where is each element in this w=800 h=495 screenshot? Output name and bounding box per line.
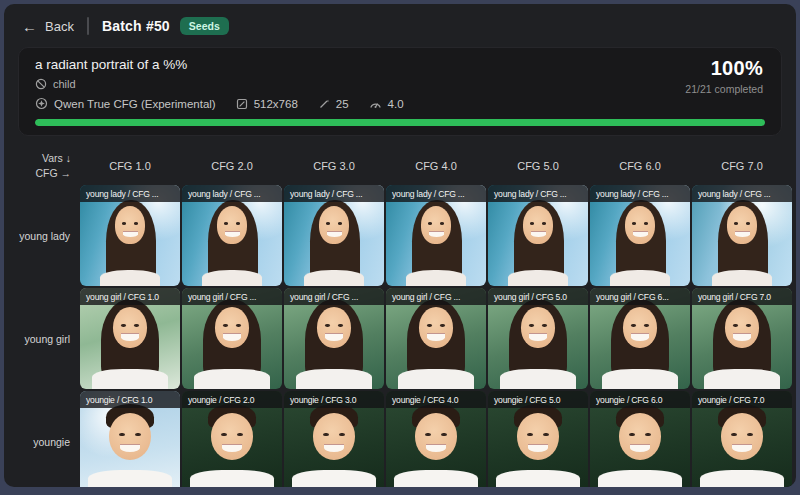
- portrait-shirt-shape: [700, 470, 784, 487]
- generated-image-cell[interactable]: youngie / CFG 2.0: [182, 391, 282, 487]
- steps-value: 25: [336, 98, 349, 110]
- generated-image-cell[interactable]: youngie / CFG 4.0: [386, 391, 486, 487]
- progress-percent: 100%: [685, 57, 763, 80]
- seeds-badge[interactable]: Seeds: [180, 17, 229, 35]
- column-header-cfg-5: CFG 5.0: [488, 149, 588, 183]
- portrait-shirt-shape: [704, 369, 780, 389]
- portrait-smile-shape: [529, 333, 547, 340]
- generated-image-cell[interactable]: young lady / CFG ...: [80, 185, 180, 286]
- generated-image-cell[interactable]: young girl / CFG 7.0: [692, 288, 792, 389]
- column-header-cfg-2: CFG 2.0: [182, 149, 282, 183]
- progress-bar: [35, 119, 765, 126]
- column-header-cfg-7: CFG 7.0: [692, 149, 792, 183]
- generated-image-cell[interactable]: youngie / CFG 7.0: [692, 391, 792, 487]
- portrait-face-shape: [319, 206, 349, 243]
- steps-meta: 25: [318, 98, 349, 110]
- negative-prompt-text: child: [53, 78, 76, 90]
- portrait-face-shape: [113, 307, 147, 347]
- portrait-smile-shape: [123, 231, 138, 237]
- generated-image-cell[interactable]: young girl / CFG ...: [182, 288, 282, 389]
- portrait-shirt-shape: [202, 270, 262, 286]
- portrait-smile-shape: [120, 444, 140, 452]
- row-label-youngie: youngie: [14, 391, 78, 487]
- portrait-smile-shape: [733, 333, 751, 340]
- generated-image-cell[interactable]: young lady / CFG ...: [182, 185, 282, 286]
- portrait-smile-shape: [633, 231, 648, 237]
- image-cell-label: young lady / CFG ...: [80, 185, 180, 202]
- generated-image-cell[interactable]: young lady / CFG ...: [590, 185, 690, 286]
- portrait-smile-shape: [225, 231, 240, 237]
- portrait-face-shape: [523, 206, 553, 243]
- portrait-smile-shape: [631, 333, 649, 340]
- portrait-shirt-shape: [508, 270, 568, 286]
- guidance-meta: 4.0: [369, 98, 404, 110]
- image-cell-label: young girl / CFG ...: [284, 288, 384, 305]
- portrait-smile-shape: [121, 333, 139, 340]
- portrait-shirt-shape: [304, 270, 364, 286]
- generation-meta-row: Qwen True CFG (Experimental) 512x768 25: [35, 97, 765, 110]
- top-bar: ← Back Batch #50 Seeds: [22, 14, 780, 38]
- prompt-text: a radiant portrait of a %%: [35, 57, 765, 72]
- column-header-cfg-6: CFG 6.0: [590, 149, 690, 183]
- row-label-young-girl: young girl: [14, 288, 78, 389]
- model-name: Qwen True CFG (Experimental): [54, 98, 216, 110]
- generated-image-cell[interactable]: youngie / CFG 3.0: [284, 391, 384, 487]
- image-cell-label: young lady / CFG ...: [182, 185, 282, 202]
- image-cell-label: young girl / CFG 1.0: [80, 288, 180, 305]
- portrait-face-shape: [211, 413, 253, 459]
- generated-image-cell[interactable]: young girl / CFG 1.0: [80, 288, 180, 389]
- portrait-face-shape: [419, 307, 453, 347]
- column-header-cfg-1: CFG 1.0: [80, 149, 180, 183]
- generated-image-cell[interactable]: young girl / CFG ...: [386, 288, 486, 389]
- column-header-cfg-3: CFG 3.0: [284, 149, 384, 183]
- image-cell-label: young lady / CFG ...: [284, 185, 384, 202]
- portrait-face-shape: [625, 206, 655, 243]
- portrait-smile-shape: [324, 444, 344, 452]
- generated-image-cell[interactable]: young lady / CFG ...: [692, 185, 792, 286]
- portrait-smile-shape: [732, 444, 752, 452]
- size-value: 512x768: [254, 98, 298, 110]
- generated-image-cell[interactable]: young lady / CFG ...: [284, 185, 384, 286]
- column-header-cfg-4: CFG 4.0: [386, 149, 486, 183]
- portrait-shirt-shape: [712, 270, 772, 286]
- portrait-shirt-shape: [500, 369, 576, 389]
- portrait-face-shape: [521, 307, 555, 347]
- guidance-icon: [369, 98, 382, 110]
- image-cell-label: youngie / CFG 6.0: [590, 391, 690, 408]
- batch-info-card: a radiant portrait of a %% child Qwen Tr…: [18, 47, 782, 136]
- progress-summary: 100% 21/21 completed: [685, 57, 763, 95]
- image-cell-label: young lady / CFG ...: [488, 185, 588, 202]
- back-label: Back: [45, 19, 74, 34]
- generated-image-cell[interactable]: young girl / CFG 5.0: [488, 288, 588, 389]
- header-divider: [87, 17, 89, 35]
- portrait-smile-shape: [426, 444, 446, 452]
- generated-image-cell[interactable]: youngie / CFG 6.0: [590, 391, 690, 487]
- batch-viewer-window: ← Back Batch #50 Seeds a radiant portrai…: [4, 4, 796, 487]
- generated-image-cell[interactable]: youngie / CFG 5.0: [488, 391, 588, 487]
- portrait-face-shape: [421, 206, 451, 243]
- portrait-smile-shape: [223, 333, 241, 340]
- portrait-smile-shape: [325, 333, 343, 340]
- cfg-variation-grid: Vars ↓ CFG → CFG 1.0CFG 2.0CFG 3.0CFG 4.…: [14, 149, 796, 487]
- model-icon: [35, 97, 48, 110]
- back-button[interactable]: ← Back: [22, 19, 74, 34]
- corner-cfg-label: CFG →: [35, 166, 71, 181]
- image-cell-label: young girl / CFG ...: [386, 288, 486, 305]
- portrait-shirt-shape: [598, 470, 682, 487]
- steps-icon: [318, 98, 330, 110]
- image-cell-label: youngie / CFG 5.0: [488, 391, 588, 408]
- generated-image-cell[interactable]: young girl / CFG ...: [284, 288, 384, 389]
- portrait-shirt-shape: [610, 270, 670, 286]
- portrait-shirt-shape: [398, 369, 474, 389]
- generated-image-cell[interactable]: youngie / CFG 1.0: [80, 391, 180, 487]
- portrait-face-shape: [725, 307, 759, 347]
- portrait-face-shape: [215, 307, 249, 347]
- generated-image-cell[interactable]: young lady / CFG ...: [488, 185, 588, 286]
- generated-image-cell[interactable]: young girl / CFG 6...: [590, 288, 690, 389]
- portrait-smile-shape: [222, 444, 242, 452]
- portrait-shirt-shape: [602, 369, 678, 389]
- portrait-smile-shape: [735, 231, 750, 237]
- generated-image-cell[interactable]: young lady / CFG ...: [386, 185, 486, 286]
- portrait-shirt-shape: [296, 369, 372, 389]
- size-meta: 512x768: [236, 98, 298, 110]
